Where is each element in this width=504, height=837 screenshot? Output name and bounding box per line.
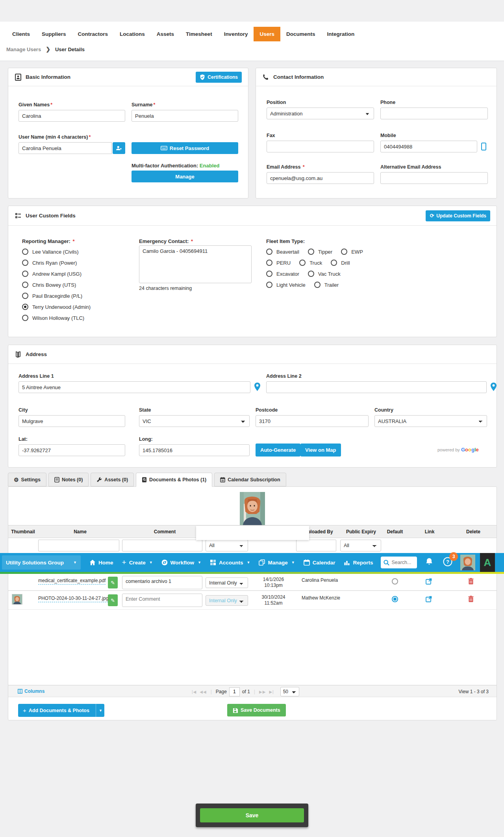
reset-password-button[interactable]: Reset Password: [132, 142, 238, 154]
org-selector[interactable]: Utility Solutions Group ▼: [2, 555, 81, 570]
edit-name-button[interactable]: ✎: [108, 594, 118, 606]
tab-assets[interactable]: Assets: [151, 27, 180, 41]
radio-option[interactable]: Andrew Kampl (USG): [22, 271, 91, 277]
fleet-option[interactable]: Drill: [331, 260, 350, 266]
given-names-input[interactable]: [19, 110, 125, 122]
emergency-contact-textarea[interactable]: Camilo Garcia - 0405694911: [139, 245, 252, 283]
radio-icon[interactable]: [308, 249, 314, 255]
notifications-button[interactable]: [426, 558, 433, 567]
uploaded-by-filter-input[interactable]: [296, 540, 336, 551]
fleet-option[interactable]: Light Vehicle: [266, 282, 306, 288]
visibility-filter-select[interactable]: All: [206, 540, 248, 551]
app-logo[interactable]: A: [480, 553, 495, 572]
radio-icon[interactable]: [266, 271, 272, 277]
state-select[interactable]: VIC: [139, 415, 250, 427]
fleet-option[interactable]: Vac Truck: [308, 271, 341, 277]
tab-assets[interactable]: Assets (0): [91, 473, 134, 486]
nav-accounts[interactable]: Accounts▼: [210, 559, 250, 566]
map-pin-icon[interactable]: [254, 382, 260, 391]
update-custom-fields-button[interactable]: ⟳ Update Custom Fields: [426, 210, 490, 221]
city-input[interactable]: [19, 415, 125, 427]
add-documents-button[interactable]: + Add Documents & Photos ▼: [18, 704, 104, 717]
username-lookup-button[interactable]: [113, 142, 125, 154]
radio-icon[interactable]: [266, 282, 272, 288]
surname-input[interactable]: [132, 110, 238, 122]
document-name-link[interactable]: PHOTO-2024-10-30-11-24-27.jpg: [38, 596, 108, 602]
first-page-icon[interactable]: |◀: [192, 690, 196, 694]
postcode-input[interactable]: [256, 415, 369, 427]
default-radio-selected[interactable]: [392, 596, 398, 602]
columns-button[interactable]: Columns: [18, 689, 44, 694]
fax-input[interactable]: [267, 141, 374, 152]
comment-textarea[interactable]: comentario archivo 1: [122, 576, 202, 589]
fleet-option[interactable]: Tipper: [308, 249, 332, 255]
document-name-link[interactable]: medical_certificate_example.pdf: [38, 578, 106, 585]
tab-inventory[interactable]: Inventory: [218, 27, 254, 41]
radio-icon[interactable]: [22, 293, 28, 299]
radio-icon[interactable]: [308, 271, 314, 277]
fleet-option[interactable]: EWP: [341, 249, 363, 255]
tab-settings[interactable]: ⚙Settings: [8, 473, 46, 486]
external-link-icon[interactable]: [426, 578, 432, 585]
add-documents-caret[interactable]: ▼: [96, 704, 104, 717]
long-input[interactable]: [139, 444, 250, 456]
prev-page-icon[interactable]: ◀◀: [200, 690, 206, 694]
photo-thumbnail[interactable]: [12, 594, 22, 605]
fleet-option[interactable]: Trailer: [314, 282, 339, 288]
visibility-select[interactable]: Internal Only: [206, 577, 248, 588]
radio-icon[interactable]: [266, 260, 272, 266]
nav-calendar[interactable]: Calendar: [304, 559, 335, 566]
name-filter-input[interactable]: [38, 540, 119, 551]
search-input[interactable]: [391, 560, 414, 565]
tab-locations[interactable]: Locations: [114, 27, 151, 41]
tab-contractors[interactable]: Contractors: [72, 27, 114, 41]
nav-home[interactable]: Home: [89, 559, 113, 566]
nav-create[interactable]: + Create▼: [122, 558, 153, 567]
alt-email-input[interactable]: [380, 172, 488, 184]
tab-integration[interactable]: Integration: [321, 27, 360, 41]
radio-option-selected[interactable]: Terry Underwood (Admin): [22, 304, 91, 310]
radio-icon[interactable]: [331, 260, 337, 266]
col-delete[interactable]: Delete: [450, 525, 497, 538]
radio-icon[interactable]: [22, 249, 28, 255]
email-input[interactable]: [267, 172, 374, 184]
tab-documents-photos[interactable]: Documents & Photos (1): [136, 473, 212, 487]
col-link[interactable]: Link: [410, 525, 449, 538]
last-page-icon[interactable]: ▶|: [269, 690, 274, 694]
map-pin-icon[interactable]: [491, 382, 497, 391]
mfa-manage-button[interactable]: Manage: [132, 171, 238, 182]
tab-documents[interactable]: Documents: [280, 27, 321, 41]
phone-input[interactable]: [380, 108, 488, 119]
radio-icon[interactable]: [22, 260, 28, 266]
radio-option[interactable]: Lee Vallance (Civils): [22, 249, 91, 255]
radio-icon[interactable]: [22, 282, 28, 288]
trash-icon[interactable]: [468, 578, 474, 585]
nav-workflow[interactable]: Workflow▼: [161, 559, 201, 566]
address-line2-input[interactable]: [266, 381, 487, 393]
radio-icon[interactable]: [314, 282, 321, 288]
radio-option[interactable]: Chris Ryan (Power): [22, 260, 91, 266]
navbar-search[interactable]: [381, 557, 417, 568]
tab-clients[interactable]: Clients: [6, 27, 36, 41]
user-avatar[interactable]: [460, 555, 475, 570]
certifications-button[interactable]: Certifications: [196, 72, 242, 83]
nav-reports[interactable]: Reports: [344, 559, 373, 566]
address-line1-input[interactable]: [19, 381, 250, 393]
radio-icon[interactable]: [341, 249, 347, 255]
fleet-option[interactable]: PERU: [266, 260, 291, 266]
public-expiry-filter-select[interactable]: All: [340, 540, 381, 551]
default-radio[interactable]: [392, 578, 398, 585]
radio-icon[interactable]: [22, 271, 28, 277]
radio-option[interactable]: Paul Bracegirdle (P/L): [22, 293, 91, 299]
save-documents-button[interactable]: Save Documents: [227, 704, 286, 716]
comment-filter-input[interactable]: [122, 540, 202, 551]
col-default[interactable]: Default: [379, 525, 411, 538]
edit-name-button[interactable]: ✎: [108, 577, 118, 588]
radio-checked-icon[interactable]: [22, 304, 28, 310]
auto-generate-button[interactable]: Auto-Generate: [256, 444, 300, 457]
radio-icon[interactable]: [266, 249, 272, 255]
page-number-input[interactable]: [229, 687, 240, 696]
external-link-icon[interactable]: [426, 596, 432, 602]
view-on-map-button[interactable]: View on Map: [300, 444, 341, 457]
page-size-select[interactable]: 50: [280, 687, 299, 696]
